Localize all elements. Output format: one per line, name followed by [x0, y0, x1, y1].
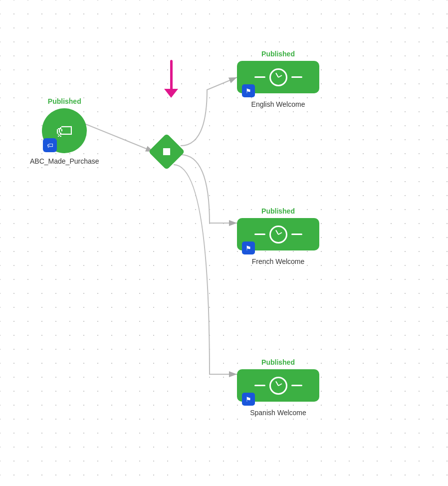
clock-spanish [269, 377, 287, 395]
english-name: English Welcome [251, 100, 305, 108]
english-status-label: Published [261, 50, 295, 58]
french-badge: ⚑ [242, 242, 255, 254]
line-left-english [254, 76, 265, 78]
flag-icon-spanish: ⚑ [245, 396, 251, 403]
line-left-spanish [254, 385, 265, 386]
english-rect: ⚑ [237, 61, 319, 93]
connectors-layer [0, 0, 448, 486]
english-welcome-node[interactable]: Published ⚑ English Welcome [237, 50, 319, 108]
pink-arrow-line [170, 60, 173, 90]
french-rect: ⚑ [237, 218, 319, 250]
trigger-name: ABC_Made_Purchase [30, 157, 99, 165]
line-left-french [254, 234, 265, 235]
wait-icon-spanish [254, 377, 302, 395]
french-status-label: Published [261, 207, 295, 215]
french-name: French Welcome [252, 257, 305, 265]
pink-arrow-head [164, 89, 178, 98]
spanish-status-label: Published [261, 358, 295, 366]
wait-icon-french [254, 226, 302, 243]
line-right-french [291, 234, 302, 235]
trigger-status-label: Published [48, 97, 81, 105]
spanish-welcome-node[interactable]: Published ⚑ Spanish Welcome [237, 358, 319, 417]
trigger-badge: 🏷 [43, 138, 57, 152]
diamond-node[interactable] [154, 139, 180, 165]
tag-icon: 🏷 [56, 121, 73, 141]
badge-tag-icon: 🏷 [47, 142, 53, 149]
english-badge: ⚑ [242, 84, 255, 97]
clock-french [269, 226, 287, 243]
clock-english [269, 68, 287, 86]
spanish-rect: ⚑ [237, 369, 319, 402]
diamond-shape [148, 133, 185, 170]
french-welcome-node[interactable]: Published ⚑ French Welcome [237, 207, 319, 265]
workflow-canvas: Published 🏷 🏷 ABC_Made_Purchase Publishe… [0, 0, 448, 486]
flag-icon-english: ⚑ [245, 87, 251, 95]
spanish-name: Spanish Welcome [250, 409, 306, 417]
wait-icon-english [254, 68, 302, 86]
trigger-node[interactable]: Published 🏷 🏷 ABC_Made_Purchase [30, 97, 99, 165]
spanish-badge: ⚑ [242, 393, 255, 406]
diamond-inner [160, 145, 174, 159]
trigger-circle: 🏷 🏷 [42, 108, 87, 153]
flag-icon-french: ⚑ [245, 244, 251, 252]
line-right-spanish [291, 385, 302, 386]
pink-arrow-indicator [164, 60, 178, 98]
line-right-english [291, 76, 302, 78]
